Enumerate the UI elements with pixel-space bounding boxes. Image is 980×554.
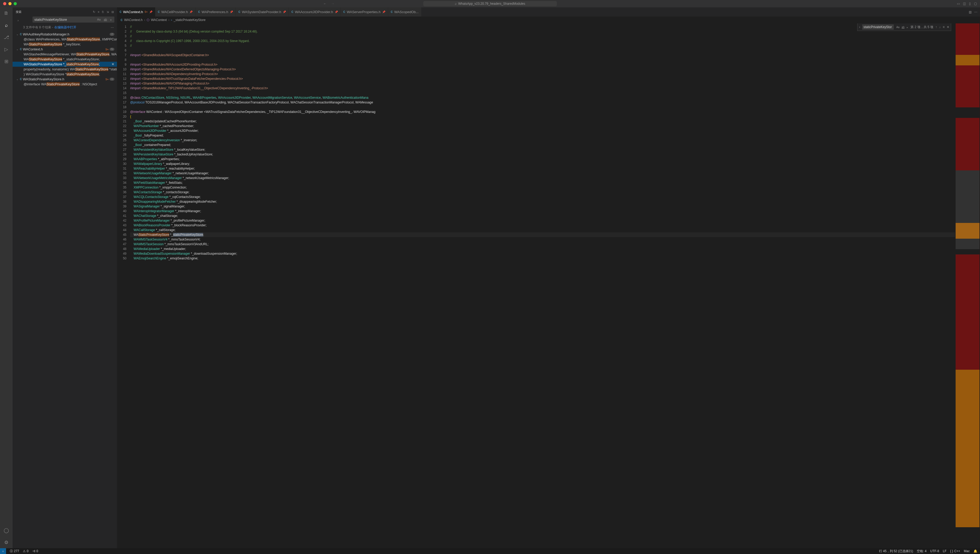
search-view-icon[interactable]: ⌕: [3, 22, 10, 28]
extensions-icon[interactable]: ⊞: [3, 58, 10, 65]
command-center[interactable]: ⌕ WhatsApp_v23.20.79_headers_SharedModul…: [423, 1, 557, 6]
code-content[interactable]: //// Generated by class-dump 3.5 (64 bit…: [130, 23, 955, 548]
editor-tab[interactable]: C WAContext.h 9+ 📌: [117, 7, 155, 16]
search-match-row[interactable]: @interface WAStaticPrivateKeyStore : NSO…: [13, 81, 117, 87]
open-in-editor-link[interactable]: 在编辑器中打开: [54, 25, 76, 30]
find-widget: › Aa ab ⁎ 第 2 项，共 5 项 ↑ ↓ ≡ ✕: [857, 23, 951, 31]
search-match-row[interactable]: WAStaticPrivateKeyStore *_staticPrivateK…: [13, 62, 117, 67]
regex-icon[interactable]: ⁎: [110, 18, 113, 22]
nav-back-icon[interactable]: ←: [323, 2, 326, 5]
chevron-down-icon: ⌄: [16, 78, 20, 81]
minimap[interactable]: [955, 23, 980, 548]
settings-gear-icon[interactable]: ⚙: [3, 539, 10, 546]
editor-tab[interactable]: C WAAccountJIDProvider.h 📌: [289, 7, 341, 16]
find-prev-icon[interactable]: ↑: [935, 25, 937, 29]
host-label[interactable]: Mac: [964, 549, 970, 554]
breadcrumb[interactable]: C WAContext.h › ⬡ WAContext › ▫ _staticP…: [117, 16, 980, 23]
editor-tab[interactable]: C WAServerProperties.h 📌: [341, 7, 388, 16]
cursor-position[interactable]: 行 45，列 52 (已选择21): [879, 549, 913, 554]
run-debug-icon[interactable]: ▷: [3, 46, 10, 53]
pin-icon[interactable]: 📌: [382, 11, 385, 13]
problems-errors[interactable]: ⓧ 277: [10, 549, 19, 554]
search-match-row[interactable]: WAStaticPrivateKeyStore *_keyStore;: [13, 42, 117, 47]
match-text: WAStaticPrivateKeyStore *_staticPrivateK…: [24, 57, 100, 61]
collapse-icon[interactable]: ⇲: [107, 10, 109, 14]
account-icon[interactable]: ◯: [3, 527, 10, 533]
dismiss-match-icon[interactable]: ✕: [110, 62, 115, 66]
problems-warnings[interactable]: ⚠ 0: [23, 549, 29, 553]
chevron-down-icon: ⌄: [16, 33, 20, 36]
search-file-row[interactable]: ⌄ C WAStaticPrivateKeyStore.h 9+1: [13, 77, 117, 81]
find-regex-icon[interactable]: ⁎: [906, 26, 908, 29]
editor-tab[interactable]: C WACellProvider.h 📌: [155, 7, 196, 16]
eol[interactable]: LF: [943, 549, 947, 554]
pin-icon[interactable]: 📌: [335, 11, 338, 13]
view-icon[interactable]: ⊟: [111, 10, 114, 14]
maximize-window[interactable]: [14, 2, 17, 5]
file-name: WAAuthkeyRotationManager.h: [23, 32, 69, 36]
find-match-case-icon[interactable]: Aa: [896, 26, 900, 29]
search-file-row[interactable]: ⌄ C WAContext.h 9+5: [13, 47, 117, 52]
nav-forward-icon[interactable]: →: [331, 2, 334, 5]
chevron-right-icon: ›: [144, 18, 145, 22]
find-whole-word-icon[interactable]: ab: [901, 26, 905, 29]
layout-toggle-3-icon[interactable]: ▯: [969, 2, 971, 5]
symbol-class-icon: ⬡: [146, 18, 149, 22]
results-count: 3 文件中有 8 个结果 -: [23, 25, 53, 30]
pin-icon[interactable]: 📌: [283, 11, 286, 13]
pin-icon[interactable]: 📌: [189, 11, 192, 13]
search-match-row[interactable]: WAStashedMessageRetriever, WAStaticPriva…: [13, 52, 117, 57]
sidebar-title: 搜索: [16, 10, 22, 14]
indentation[interactable]: 空格: 4: [917, 549, 926, 554]
editor-tab[interactable]: C WASystemDateProvider.h 📌: [236, 7, 289, 16]
new-search-editor-icon[interactable]: ⎘: [102, 10, 104, 14]
search-match-row[interactable]: WAStaticPrivateKeyStore *_staticPrivateK…: [13, 57, 117, 62]
notifications-icon[interactable]: 🔔: [974, 549, 977, 554]
search-file-row[interactable]: ⌄ C WAAuthkeyRotationManager.h 2: [13, 32, 117, 37]
find-close-icon[interactable]: ✕: [947, 25, 949, 29]
breadcrumb-file[interactable]: WAContext.h: [124, 18, 142, 22]
chevron-down-icon: ⌄: [16, 48, 20, 51]
search-match-row[interactable]: @class WAPreferences, WAStaticPrivateKey…: [13, 37, 117, 42]
more-actions-icon[interactable]: ⋯: [974, 10, 977, 14]
pin-icon[interactable]: 📌: [149, 11, 153, 13]
match-case-icon[interactable]: Aa: [96, 18, 101, 22]
match-text: WAStashedMessageRetriever, WAStaticPriva…: [24, 52, 117, 56]
search-match-row[interactable]: property(readonly, nonatomic) WAStaticPr…: [13, 67, 117, 72]
editor-tab[interactable]: C WAScopedOb...: [388, 7, 422, 16]
search-input[interactable]: [34, 18, 96, 22]
close-window[interactable]: [3, 2, 6, 5]
match-text: WAStaticPrivateKeyStore *_keyStore;: [24, 42, 81, 46]
encoding[interactable]: UTF-8: [930, 549, 939, 554]
language-mode[interactable]: { } C++: [950, 549, 960, 554]
layout-toggle-4-icon[interactable]: ▢: [974, 2, 977, 5]
clear-icon[interactable]: ≡: [98, 10, 99, 14]
results-more-icon[interactable]: ⋯: [111, 26, 114, 29]
match-text: ) WAStaticPrivateKeyStore *staticPrivate…: [24, 72, 100, 76]
ports[interactable]: ⏿ 0: [32, 549, 38, 553]
source-control-icon[interactable]: ⎇: [3, 34, 10, 40]
explorer-icon[interactable]: 🗎: [3, 10, 10, 16]
nav-arrows: ← →: [323, 2, 334, 5]
refresh-icon[interactable]: ↻: [93, 10, 95, 14]
traffic-lights: [3, 2, 17, 5]
remote-indicator[interactable]: ⟐: [0, 548, 6, 554]
find-input[interactable]: [862, 24, 894, 30]
whole-word-icon[interactable]: ab: [103, 18, 108, 22]
breadcrumb-field[interactable]: _staticPrivateKeyStore: [173, 18, 205, 22]
minimize-window[interactable]: [8, 2, 11, 5]
activity-bar: 🗎 ⌕ ⎇ ▷ ⊞ ◯ ⚙: [0, 7, 13, 548]
search-match-row[interactable]: ) WAStaticPrivateKeyStore *staticPrivate…: [13, 72, 117, 77]
find-next-icon[interactable]: ↓: [939, 25, 941, 29]
editor-tab[interactable]: C WAPreferences.h 📌: [196, 7, 236, 16]
search-expand-chevron-icon[interactable]: ›: [14, 19, 22, 22]
layout-controls: ▭ ◫ ▯ ▢: [957, 2, 977, 5]
tab-title: WAContext.h: [123, 10, 143, 14]
split-editor-icon[interactable]: ▥: [969, 10, 972, 14]
breadcrumb-class[interactable]: WAContext: [151, 18, 167, 22]
find-filter-icon[interactable]: ≡: [943, 25, 945, 29]
find-expand-chevron-icon[interactable]: ›: [859, 25, 860, 29]
layout-toggle-1-icon[interactable]: ▭: [957, 2, 960, 5]
layout-toggle-2-icon[interactable]: ◫: [963, 2, 966, 5]
pin-icon[interactable]: 📌: [230, 11, 233, 13]
